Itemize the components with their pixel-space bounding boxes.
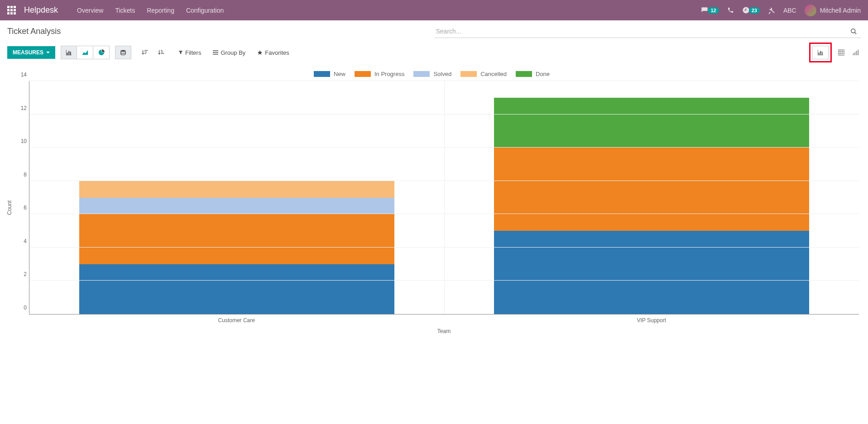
- dashboard-view-button[interactable]: [851, 48, 861, 57]
- messages-badge: 12: [708, 7, 719, 14]
- svg-rect-17: [818, 50, 818, 55]
- sort-group: [137, 46, 169, 59]
- user-name: Mitchell Admin: [820, 7, 861, 14]
- svg-rect-3: [66, 55, 72, 55]
- nav-links: Overview Tickets Reporting Configuration: [77, 7, 224, 14]
- svg-rect-16: [213, 54, 218, 55]
- legend-item[interactable]: Solved: [413, 71, 451, 77]
- chart-legend: NewIn ProgressSolvedCancelledDone: [5, 71, 859, 77]
- legend-swatch: [314, 71, 330, 77]
- svg-rect-6: [70, 52, 71, 55]
- y-tick-label: 2: [17, 271, 27, 277]
- svg-rect-15: [213, 52, 218, 53]
- chart-type-group: [61, 46, 110, 59]
- legend-label: In Progress: [374, 71, 404, 77]
- pie-chart-button[interactable]: [93, 46, 110, 59]
- svg-point-0: [851, 29, 855, 33]
- user-menu[interactable]: Mitchell Admin: [805, 5, 861, 16]
- svg-rect-10: [144, 53, 146, 54]
- svg-rect-18: [818, 55, 823, 55]
- legend-item[interactable]: In Progress: [355, 71, 404, 77]
- chart-container: NewIn ProgressSolvedCancelledDone Count …: [0, 66, 868, 339]
- gridline: [29, 181, 859, 181]
- legend-swatch: [460, 71, 477, 77]
- phone-icon[interactable]: [727, 7, 734, 14]
- page-title: Ticket Analysis: [7, 27, 61, 36]
- legend-item[interactable]: Done: [516, 71, 550, 77]
- bar-segment[interactable]: [79, 181, 394, 198]
- nav-configuration[interactable]: Configuration: [186, 7, 224, 14]
- filters-button[interactable]: Filters: [178, 49, 201, 56]
- pivot-view-button[interactable]: [836, 48, 846, 57]
- company-name[interactable]: ABC: [783, 7, 796, 14]
- legend-label: Done: [536, 71, 550, 77]
- group-by-button[interactable]: Group By: [213, 49, 245, 56]
- highlight-annotation: [809, 43, 832, 62]
- gridline: [29, 247, 859, 248]
- favorites-button[interactable]: Favorites: [257, 49, 289, 56]
- bar-segment[interactable]: [494, 98, 809, 148]
- bar-segment[interactable]: [494, 148, 809, 231]
- view-switcher: [809, 43, 861, 62]
- search-input[interactable]: [434, 25, 847, 38]
- measures-button[interactable]: MEASURES: [7, 46, 55, 59]
- bar-column: [29, 81, 445, 314]
- apps-icon[interactable]: [7, 6, 16, 14]
- y-tick-label: 4: [17, 238, 27, 244]
- y-axis-label: Count: [5, 81, 14, 334]
- sort-desc-button[interactable]: [153, 46, 169, 59]
- bar-segment[interactable]: [79, 214, 394, 264]
- bar-segment[interactable]: [79, 198, 394, 214]
- line-chart-button[interactable]: [77, 46, 93, 59]
- bar-chart-button[interactable]: [61, 46, 77, 59]
- bar-segment[interactable]: [494, 231, 809, 314]
- legend-swatch: [413, 71, 430, 77]
- y-tick-label: 6: [17, 205, 27, 211]
- y-tick-label: 14: [17, 71, 27, 78]
- legend-swatch: [355, 71, 371, 77]
- nav-overview[interactable]: Overview: [77, 7, 103, 14]
- legend-item[interactable]: New: [314, 71, 345, 77]
- x-axis-label: Team: [29, 328, 859, 334]
- sort-asc-button[interactable]: [137, 46, 153, 59]
- svg-rect-2: [66, 50, 67, 55]
- nav-reporting[interactable]: Reporting: [147, 7, 174, 14]
- tools-icon[interactable]: [768, 7, 775, 14]
- svg-rect-22: [839, 50, 844, 55]
- gridline: [29, 114, 859, 114]
- bars-row: [29, 81, 859, 314]
- grid-zone: 02468101214: [29, 81, 859, 314]
- gridline: [29, 81, 859, 81]
- navbar-right: 12 23 ABC Mitchell Admin: [700, 5, 861, 16]
- svg-rect-14: [213, 51, 218, 52]
- control-panel: Ticket Analysis MEASURES: [0, 20, 868, 66]
- clock-icon[interactable]: 23: [742, 6, 760, 14]
- svg-rect-27: [853, 53, 854, 55]
- svg-rect-30: [858, 50, 858, 55]
- nav-tickets[interactable]: Tickets: [115, 7, 135, 14]
- svg-rect-4: [67, 52, 68, 55]
- search-options: Filters Group By Favorites: [178, 49, 289, 56]
- legend-label: Cancelled: [480, 71, 507, 77]
- svg-rect-13: [161, 53, 164, 54]
- filters-label: Filters: [185, 49, 201, 56]
- svg-line-1: [854, 32, 856, 34]
- y-tick-label: 10: [17, 138, 27, 144]
- messages-icon[interactable]: 12: [700, 7, 719, 14]
- top-navbar: Helpdesk Overview Tickets Reporting Conf…: [0, 0, 868, 20]
- favorites-label: Favorites: [265, 49, 289, 56]
- bar-stack: [494, 98, 809, 314]
- app-brand[interactable]: Helpdesk: [24, 5, 58, 15]
- graph-view-button[interactable]: [812, 46, 829, 59]
- stacked-button[interactable]: [115, 46, 131, 59]
- legend-swatch: [516, 71, 532, 77]
- search-icon[interactable]: [847, 28, 861, 35]
- svg-rect-8: [144, 50, 148, 51]
- search-wrap: [434, 25, 861, 38]
- bar-segment[interactable]: [79, 264, 394, 314]
- svg-rect-20: [820, 51, 821, 55]
- legend-item[interactable]: Cancelled: [460, 71, 507, 77]
- x-ticks: Customer CareVIP Support: [29, 314, 859, 324]
- cp-top: Ticket Analysis: [7, 25, 861, 38]
- svg-rect-5: [68, 51, 69, 55]
